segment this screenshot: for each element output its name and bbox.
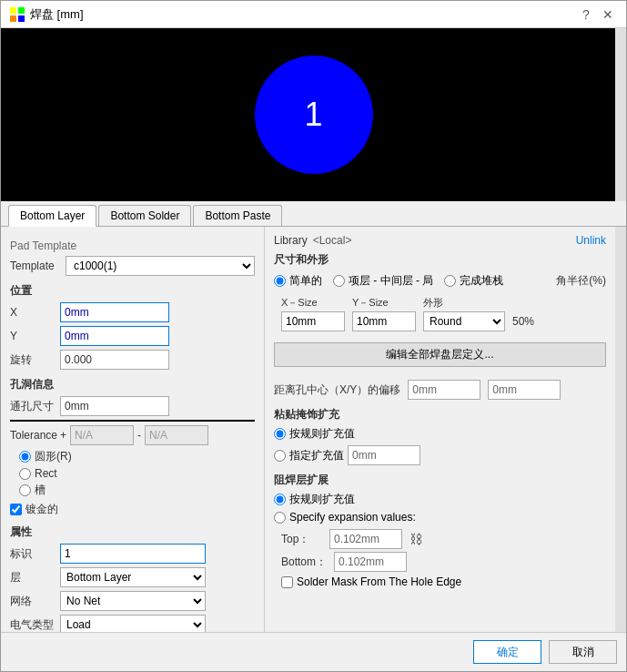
y-size-input[interactable] [352,311,416,331]
paste-specify-radio[interactable] [274,450,286,462]
cancel-button[interactable]: 取消 [549,640,617,664]
edit-all-layers-button[interactable]: 编辑全部焊盘层定义... [274,342,606,367]
tol-input-plus[interactable] [70,425,134,445]
bottom-input[interactable] [334,552,407,572]
layer-select[interactable]: Bottom Layer [60,567,206,587]
layer-field-row: 层 Bottom Layer [10,567,255,587]
library-info: Library <Local> [274,234,351,247]
radio-stack-label: 完成堆栈 [460,273,503,289]
radio-circle-input[interactable] [19,451,31,463]
paste-specify-label: 指定扩充值 [289,448,344,463]
hole-divider [10,420,255,422]
tol-minus: - [137,429,141,442]
via-size-input[interactable] [60,396,169,416]
x-size-input[interactable] [281,311,345,331]
radio-top-mid-input[interactable] [333,275,345,287]
paste-expand-title: 粘贴掩饰扩充 [274,407,606,423]
bottom-row: Bottom： [281,552,606,572]
corner-label: 角半径(%) [556,273,606,289]
radio-slot-label: 槽 [35,483,46,498]
elec-type-select[interactable]: Load [60,615,206,632]
offset-section: 距离孔中心（X/Y）的偏移 [274,380,606,400]
resist-specify-radio[interactable] [274,512,286,524]
rotation-input[interactable] [60,350,169,370]
plating-label: 镀金的 [25,502,58,517]
library-value: <Local> [313,234,352,247]
template-select[interactable]: c1000(1) [66,256,255,276]
shape-col-label: 外形 [423,296,505,310]
size-radio-row: 简单的 项层 - 中间层 - 局 完成堆栈 角半径(%) [274,273,606,289]
size-values-row: Round 50% [281,311,606,331]
net-select[interactable]: No Net [60,591,206,611]
title-bar-left: 焊盘 [mm] [10,6,84,23]
id-input[interactable] [60,544,206,564]
id-label: 标识 [10,546,60,562]
y-field-row: Y [10,326,255,346]
bottom-label: Bottom： [281,555,327,570]
percent-label: 50% [512,315,534,328]
radio-stack-input[interactable] [444,275,456,287]
radio-circle: 圆形(R) [19,449,255,464]
resist-tb-section: Top： ⛓ Bottom： Solder Mask From The Hole… [274,529,606,588]
svg-rect-2 [10,15,16,22]
paste-specify-input[interactable] [348,445,420,465]
pad-number: 1 [304,96,322,134]
paste-rule-radio[interactable] [274,428,286,440]
properties-group-title: 属性 [10,524,255,540]
template-row: Template c1000(1) [10,256,255,276]
preview-scrollbar[interactable] [615,28,626,201]
plating-checkbox[interactable] [10,504,22,515]
svg-rect-3 [18,15,25,22]
x-field-row: X [10,302,255,322]
tab-bottom-layer[interactable]: Bottom Layer [8,205,96,227]
title-bar-controls: ? ✕ [577,5,617,24]
offset-y-input[interactable] [488,380,561,400]
radio-rect-input[interactable] [19,468,31,480]
radio-circle-label: 圆形(R) [35,449,72,464]
top-input[interactable] [329,529,402,549]
tol-input-minus[interactable] [145,425,208,445]
close-button[interactable]: ✕ [599,5,617,24]
tol-plus: + [60,429,66,442]
id-field-row: 标识 [10,544,255,564]
footer: 确定 取消 [1,632,626,671]
position-group-title: 位置 [10,283,255,299]
y-size-col-label: Y－Size [352,296,416,310]
chain-icon: ⛓ [410,532,422,546]
shape-select[interactable]: Round [423,311,505,331]
y-label: Y [10,330,60,342]
resist-specify-label: Specify expansion values: [289,511,416,524]
title-text: 焊盘 [mm] [30,6,84,23]
ok-button[interactable]: 确定 [473,640,541,664]
pad-preview: 1 [255,56,373,174]
paste-specify-item: 指定扩充值 [274,445,606,465]
y-input[interactable] [60,326,169,346]
dialog-window: 焊盘 [mm] ? ✕ 1 Bottom Layer Bottom Solder… [0,0,627,672]
rotation-label: 旋转 [10,352,60,368]
preview-area: 1 [1,28,626,201]
solder-mask-checkbox[interactable] [281,576,293,588]
x-input[interactable] [60,302,169,322]
size-section-title: 尺寸和外形 [274,252,606,268]
radio-simple-input[interactable] [274,275,286,287]
resist-rule-radio[interactable] [274,494,286,505]
elec-type-field-row: 电气类型 Load [10,615,255,632]
main-content: Pad Template Template c1000(1) 位置 X Y 旋转 [1,227,626,632]
help-button[interactable]: ? [577,5,595,24]
paste-radio-group: 按规则扩充值 指定扩充值 [274,426,606,465]
left-panel: Pad Template Template c1000(1) 位置 X Y 旋转 [1,227,265,632]
radio-slot-input[interactable] [19,484,31,496]
tab-bottom-solder[interactable]: Bottom Solder [98,205,191,226]
net-field-row: 网络 No Net [10,591,255,611]
resist-specify-item: Specify expansion values: [274,511,606,524]
radio-rect: Rect [19,467,255,480]
paste-rule-item: 按规则扩充值 [274,426,606,442]
svg-rect-1 [18,7,25,14]
unlink-button[interactable]: Unlink [576,234,606,247]
offset-x-input[interactable] [408,380,480,400]
top-label: Top： [281,532,322,547]
tab-bottom-paste[interactable]: Bottom Paste [193,205,282,226]
right-scrollbar[interactable] [615,227,626,632]
offset-row: 距离孔中心（X/Y）的偏移 [274,380,606,400]
top-row: Top： ⛓ [281,529,606,549]
